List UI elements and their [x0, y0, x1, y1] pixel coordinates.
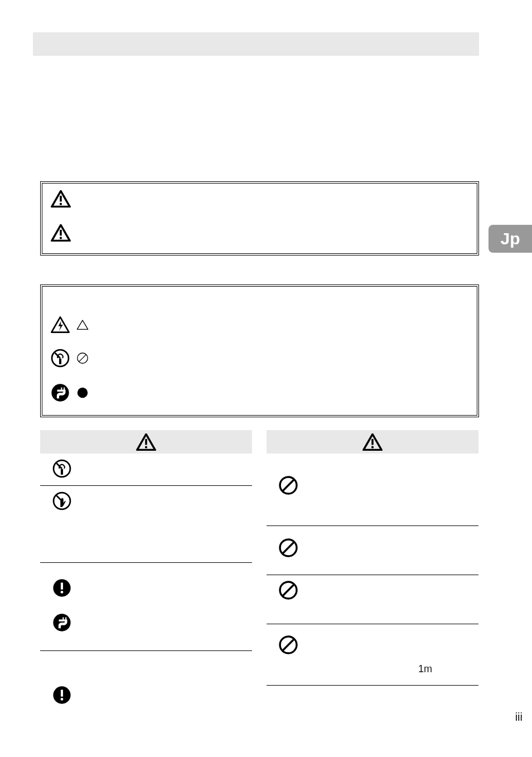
warning-entry-4	[40, 651, 252, 724]
svg-line-32	[283, 585, 294, 596]
svg-rect-25	[371, 438, 374, 445]
no-disassemble-icon	[51, 349, 70, 368]
no-disassemble-icon	[52, 459, 71, 478]
warning-triangle-icon	[51, 224, 71, 242]
svg-point-20	[61, 591, 64, 594]
legend-row-caution	[51, 315, 89, 334]
caution-entry-4: 1m	[267, 624, 478, 686]
mandatory-exclamation-icon	[52, 686, 71, 705]
prohibition-icon	[279, 635, 298, 654]
legend-row-mandatory	[51, 383, 89, 402]
no-touch-icon	[52, 491, 71, 510]
svg-rect-6	[59, 359, 61, 364]
svg-rect-23	[61, 690, 63, 696]
prohibition-icon	[279, 581, 298, 600]
electric-shock-triangle-icon	[51, 315, 70, 334]
svg-point-24	[61, 698, 64, 701]
caution-entry-3	[267, 575, 478, 624]
column-warning	[40, 430, 252, 724]
def-row-warning	[51, 190, 71, 208]
language-tab-label: Jp	[500, 229, 520, 248]
svg-rect-0	[60, 196, 62, 202]
prohibition-outline-icon	[76, 352, 89, 364]
page-number: iii	[515, 711, 523, 724]
caution-entry-1	[267, 454, 478, 526]
svg-point-26	[371, 446, 374, 448]
col-header-caution	[267, 430, 478, 454]
svg-line-34	[283, 639, 294, 650]
outline-triangle-icon	[76, 319, 89, 331]
distance-label: 1m	[418, 663, 432, 675]
warning-triangle-icon	[362, 433, 383, 451]
legend-box	[40, 285, 479, 417]
column-caution: 1m	[267, 430, 478, 724]
svg-line-8	[79, 354, 86, 361]
svg-rect-19	[61, 582, 63, 589]
svg-line-28	[283, 480, 294, 491]
warning-entry-3	[40, 563, 252, 651]
warning-entry-1	[40, 454, 252, 486]
col-header-warning	[40, 430, 252, 454]
svg-rect-2	[60, 230, 62, 236]
language-tab-jp: Jp	[489, 225, 532, 253]
unplug-icon	[51, 383, 70, 402]
solid-circle-icon	[76, 387, 89, 399]
title-bar	[33, 32, 479, 56]
svg-point-1	[60, 203, 62, 205]
warning-triangle-icon	[136, 433, 156, 451]
warning-entry-2	[40, 486, 252, 563]
prohibition-icon	[279, 538, 298, 557]
warning-triangle-icon	[51, 190, 71, 208]
columns: 1m	[40, 430, 479, 724]
legend-row-prohibition	[51, 349, 89, 368]
svg-rect-15	[61, 469, 63, 475]
caution-entry-2	[267, 526, 478, 575]
def-row-caution	[51, 224, 71, 242]
prohibition-icon	[279, 476, 298, 495]
definition-box	[40, 181, 479, 255]
svg-point-10	[78, 388, 88, 398]
unplug-icon	[52, 613, 71, 632]
svg-rect-11	[145, 438, 147, 445]
svg-line-30	[283, 542, 294, 553]
svg-point-3	[60, 237, 62, 239]
mandatory-exclamation-icon	[52, 578, 71, 597]
svg-point-12	[145, 446, 147, 448]
svg-line-17	[56, 495, 62, 501]
